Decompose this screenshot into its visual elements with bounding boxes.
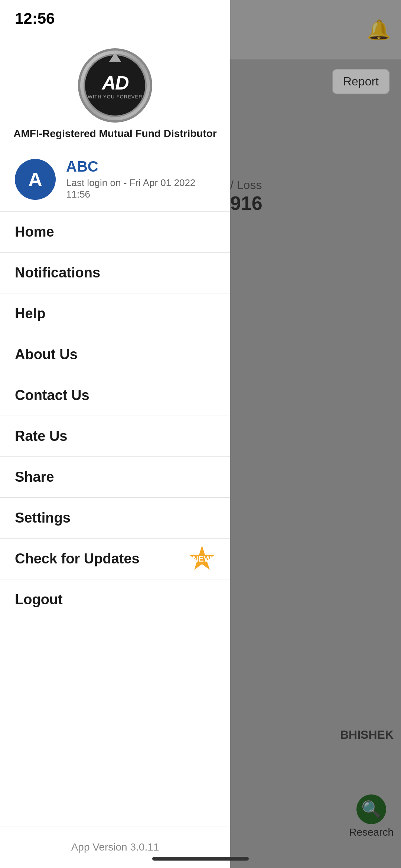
menu-item-label-share: Share xyxy=(15,469,54,485)
user-last-login: Last login on - Fri Apr 01 2022 11:56 xyxy=(66,177,215,200)
new-badge-check-for-updates: NEW xyxy=(189,546,215,572)
menu-item-logout[interactable]: Logout xyxy=(0,579,230,620)
logo-ad-text: AD xyxy=(102,72,128,94)
logo-inner: AD WITH YOU FOREVER xyxy=(84,54,147,117)
menu-item-check-for-updates[interactable]: Check for UpdatesNEW xyxy=(0,539,230,579)
menu-list: HomeNotificationsHelpAbout UsContact UsR… xyxy=(0,212,230,826)
user-details: ABC Last login on - Fri Apr 01 2022 11:5… xyxy=(66,158,215,200)
logo-triangle xyxy=(109,53,121,62)
menu-item-label-help: Help xyxy=(15,306,45,322)
menu-item-home[interactable]: Home xyxy=(0,212,230,253)
menu-item-label-contact-us: Contact Us xyxy=(15,387,89,403)
menu-item-settings[interactable]: Settings xyxy=(0,498,230,539)
brand-subtitle: AMFI-Registered Mutual Fund Distributor xyxy=(13,128,217,140)
user-info: A ABC Last login on - Fri Apr 01 2022 11… xyxy=(0,147,230,212)
menu-item-label-rate-us: Rate Us xyxy=(15,428,68,444)
logo-tagline: WITH YOU FOREVER xyxy=(88,94,142,100)
user-name: ABC xyxy=(66,158,215,175)
menu-item-rate-us[interactable]: Rate Us xyxy=(0,416,230,457)
menu-item-label-about-us: About Us xyxy=(15,347,78,363)
menu-item-notifications[interactable]: Notifications xyxy=(0,253,230,293)
menu-item-about-us[interactable]: About Us xyxy=(0,334,230,375)
status-time: 12:56 xyxy=(15,10,55,27)
drawer-bottom: App Version 3.0.11 xyxy=(0,826,230,868)
menu-item-label-settings: Settings xyxy=(15,510,71,526)
menu-item-contact-us[interactable]: Contact Us xyxy=(0,375,230,416)
home-indicator xyxy=(152,857,249,861)
menu-item-help[interactable]: Help xyxy=(0,293,230,334)
logo-circle: AD WITH YOU FOREVER xyxy=(78,48,152,123)
app-version: App Version 3.0.11 xyxy=(71,841,159,853)
menu-item-label-home: Home xyxy=(15,224,54,240)
logo-section: AD WITH YOU FOREVER AMFI-Registered Mutu… xyxy=(0,37,230,147)
menu-item-label-notifications: Notifications xyxy=(15,265,100,281)
menu-item-share[interactable]: Share xyxy=(0,457,230,498)
avatar: A xyxy=(15,159,56,200)
status-bar: 12:56 xyxy=(0,0,230,37)
menu-item-label-logout: Logout xyxy=(15,592,63,608)
drawer-panel: 12:56 AD WITH YOU FOREVER AMFI-Registere… xyxy=(0,0,230,868)
menu-item-label-check-for-updates: Check for Updates xyxy=(15,551,140,567)
